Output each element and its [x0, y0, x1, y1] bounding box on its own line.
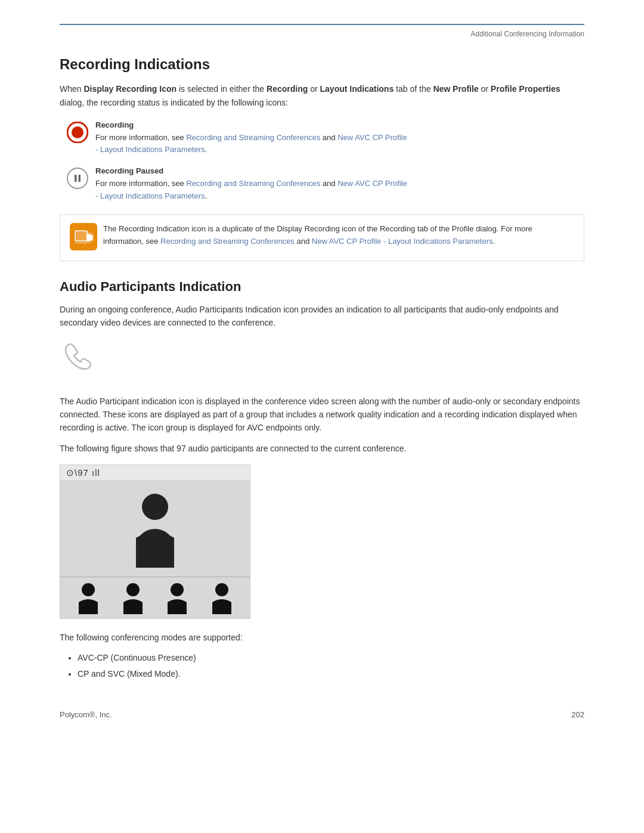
recording-paused-desc: For more information, see Recording and … — [95, 178, 584, 202]
conference-figure: ⊙\97 ıll — [60, 465, 250, 619]
recording-paused-icon — [67, 168, 88, 189]
phone-icon — [60, 339, 95, 381]
svg-point-21 — [171, 583, 184, 596]
svg-point-1 — [72, 126, 83, 138]
small-person-2 — [121, 581, 145, 614]
recording-paused-label: Recording Paused — [95, 166, 584, 175]
section1-intro: When Display Recording Icon is selected … — [60, 82, 584, 110]
info-icon-cell — [70, 223, 103, 252]
small-person-3 — [165, 581, 189, 614]
svg-rect-12 — [75, 231, 87, 241]
section1-title: Recording Indications — [60, 56, 584, 73]
recording-link1[interactable]: Recording and Streaming Conferences — [186, 133, 320, 142]
bold-layout-indications: Layout Indications — [320, 84, 394, 94]
header-bar: Additional Conferencing Information — [60, 24, 584, 38]
info-recording-icon — [70, 223, 97, 250]
section2-title: Audio Participants Indication — [60, 279, 584, 295]
bullet-item-2-text: CP and SVC (Mixed Mode). — [78, 669, 180, 679]
bold-new-profile: New Profile — [433, 84, 478, 94]
svg-point-20 — [126, 583, 140, 596]
bullet-item-1-text: AVC-CP (Continuous Presence) — [78, 653, 196, 662]
conf-status-icons: ⊙\97 ıll — [66, 467, 100, 478]
recording-icon-row: Recording For more information, see Reco… — [60, 120, 584, 156]
conf-top-bar: ⊙\97 ıll — [60, 465, 250, 481]
recording-paused-text-cell: Recording Paused For more information, s… — [95, 166, 584, 202]
svg-point-2 — [67, 168, 88, 188]
footer-company: Polycom®, Inc. — [60, 710, 112, 719]
svg-rect-4 — [79, 175, 81, 182]
small-person-1 — [76, 581, 100, 614]
svg-point-17 — [142, 494, 168, 520]
large-person-silhouette — [128, 490, 182, 568]
phone-section — [60, 339, 584, 383]
recording-paused-icon-cell — [60, 166, 95, 189]
recording-desc: For more information, see Recording and … — [95, 132, 584, 156]
recording-label: Recording — [95, 120, 584, 129]
bullet-list: AVC-CP (Continuous Presence) CP and SVC … — [78, 651, 584, 680]
bold-profile-properties: Profile Properties — [491, 84, 561, 94]
bullet-item-1: AVC-CP (Continuous Presence) — [78, 651, 584, 664]
header-section-title: Additional Conferencing Information — [470, 30, 584, 38]
svg-point-19 — [82, 583, 95, 596]
closing-text: The following conferencing modes are sup… — [60, 631, 584, 644]
bullet-item-2: CP and SVC (Mixed Mode). — [78, 667, 584, 680]
recording-text-cell: Recording For more information, see Reco… — [95, 120, 584, 156]
figure-caption: The following figure shows that 97 audio… — [60, 442, 584, 455]
section2-intro: During an ongoing conference, Audio Part… — [60, 303, 584, 330]
recording-icon — [67, 122, 88, 143]
conf-bottom-bar — [60, 577, 250, 618]
bold-display-recording-icon: Display Recording Icon — [83, 84, 177, 94]
footer-page: 202 — [571, 710, 584, 719]
info-box: The Recording Indication icon is a dupli… — [60, 214, 584, 261]
small-person-4 — [210, 581, 234, 614]
recording-paused-icon-row: Recording Paused For more information, s… — [60, 166, 584, 202]
svg-point-22 — [215, 583, 228, 596]
paused-link1[interactable]: Recording and Streaming Conferences — [186, 179, 320, 188]
svg-rect-3 — [75, 175, 77, 182]
page-container: Additional Conferencing Information Reco… — [0, 0, 644, 755]
info-box-text: The Recording Indication icon is a dupli… — [103, 223, 574, 248]
section2-body1: The Audio Participant indication icon is… — [60, 395, 584, 435]
page-footer: Polycom®, Inc. 202 — [60, 704, 584, 719]
recording-icon-cell — [60, 120, 95, 143]
bold-recording: Recording — [267, 84, 308, 94]
conf-main-area — [60, 481, 250, 577]
info-link1[interactable]: Recording and Streaming Conferences — [160, 237, 295, 246]
info-link2[interactable]: New AVC CP Profile - Layout Indications … — [312, 237, 493, 246]
